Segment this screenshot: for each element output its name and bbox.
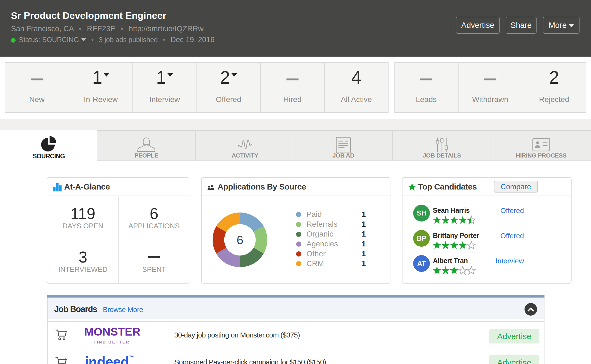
svg-text:6: 6 xyxy=(237,233,243,247)
